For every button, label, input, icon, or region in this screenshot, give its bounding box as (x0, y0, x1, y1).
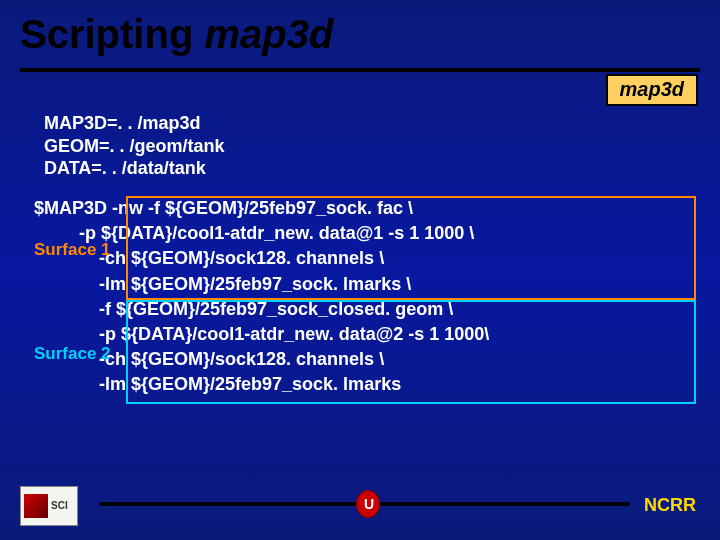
sci-logo-square (24, 494, 48, 518)
ncrr-label: NCRR (644, 495, 696, 516)
title-rule (20, 68, 700, 72)
slide-title: Scripting map3d (20, 12, 333, 57)
footer-emblem: U (356, 490, 380, 518)
surface-2-label: Surface 2 (34, 344, 111, 364)
sci-logo-text: SCI (51, 501, 68, 511)
slide: Scripting map3d map3d MAP3D=. . /map3d G… (0, 0, 720, 540)
footer-emblem-glyph: U (364, 496, 372, 512)
env-vars-block: MAP3D=. . /map3d GEOM=. . /geom/tank DAT… (44, 112, 225, 180)
title-italic: map3d (204, 12, 333, 56)
title-plain: Scripting (20, 12, 204, 56)
surface-1-label: Surface 1 (34, 240, 111, 260)
sci-logo: SCI (20, 486, 78, 526)
command-block: $MAP3D -nw -f ${GEOM}/25feb97_sock. fac … (34, 196, 489, 398)
corner-badge: map3d (606, 74, 698, 106)
